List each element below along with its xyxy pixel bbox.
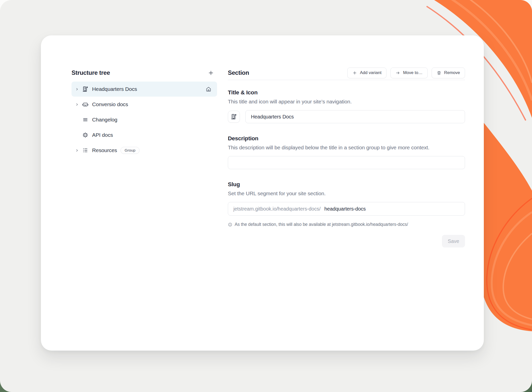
- chevron-right-icon[interactable]: [75, 87, 82, 91]
- slug-heading: Slug: [228, 181, 465, 188]
- tree-item-label: Changelog: [92, 117, 117, 123]
- arrow-right-icon: [395, 71, 400, 75]
- structure-tree-title: Structure tree: [72, 69, 110, 76]
- tree-item-api-docs[interactable]: API docs: [72, 127, 217, 143]
- robot-icon: [82, 101, 92, 108]
- tree-item-label: Conversio docs: [92, 101, 128, 107]
- chevron-right-icon[interactable]: [75, 103, 82, 106]
- home-icon[interactable]: [206, 86, 212, 92]
- section-panel: Section Add variantMove to…Remove Title …: [228, 67, 465, 247]
- tree-item-label: API docs: [92, 132, 113, 138]
- save-button[interactable]: Save: [442, 235, 465, 247]
- settings-card: Structure tree Headquarters DocsConversi…: [41, 35, 484, 351]
- group-badge: Group: [120, 147, 139, 154]
- building-flag-icon: [231, 113, 237, 120]
- slug-description: Set the URL segment for your site sectio…: [228, 190, 465, 197]
- title-icon-description: This title and icon will appear in your …: [228, 99, 465, 105]
- tree-item-headquarters-docs[interactable]: Headquarters Docs: [72, 82, 217, 97]
- add-variant-button[interactable]: Add variant: [347, 68, 386, 78]
- structure-tree-panel: Structure tree Headquarters DocsConversi…: [72, 67, 217, 158]
- gear-code-icon: [82, 132, 92, 138]
- plus-icon: [208, 70, 214, 76]
- save-row: Save: [228, 235, 465, 247]
- add-section-button[interactable]: [207, 69, 215, 77]
- tree-item-label: Headquarters Docs: [92, 86, 137, 92]
- action-label: Add variant: [360, 70, 381, 75]
- building-flag-icon: [82, 86, 92, 92]
- slug-note-text: As the default section, this will also b…: [235, 222, 408, 227]
- plus-icon: [352, 71, 357, 75]
- description-heading: Description: [228, 135, 465, 142]
- chevron-right-icon[interactable]: [75, 149, 82, 152]
- page-canvas: Structure tree Headquarters DocsConversi…: [0, 0, 532, 392]
- title-input-row: [228, 110, 465, 123]
- action-label: Move to…: [403, 70, 422, 75]
- description-input[interactable]: [228, 156, 465, 169]
- trash-icon: [437, 71, 441, 75]
- description-input-row: [228, 156, 465, 169]
- section-title: Section: [228, 69, 249, 76]
- info-icon: [228, 222, 232, 227]
- section-header-divider: [228, 80, 465, 80]
- title-icon-heading: Title & Icon: [228, 89, 465, 96]
- lines-icon: [82, 116, 92, 123]
- slug-note: As the default section, this will also b…: [228, 222, 465, 227]
- tree-item-resources[interactable]: ResourcesGroup: [72, 143, 217, 158]
- slug-prefix: jetstream.gitbook.io/headquarters-docs/: [233, 206, 320, 212]
- slug-input[interactable]: jetstream.gitbook.io/headquarters-docs/ …: [228, 202, 465, 216]
- section-icon-picker-button[interactable]: [228, 111, 240, 123]
- tree-item-changelog[interactable]: Changelog: [72, 112, 217, 127]
- section-header: Section Add variantMove to…Remove: [228, 67, 465, 79]
- slug-value: headquarters-docs: [324, 206, 366, 212]
- tree-item-conversio-docs[interactable]: Conversio docs: [72, 97, 217, 112]
- tree-item-label: Resources: [92, 147, 117, 153]
- remove-button[interactable]: Remove: [432, 68, 465, 78]
- section-actions: Add variantMove to…Remove: [347, 68, 465, 78]
- structure-tree-list: Headquarters DocsConversio docsChangelog…: [72, 82, 217, 158]
- title-input[interactable]: [245, 110, 465, 123]
- description-description: This description will be displayed below…: [228, 145, 465, 151]
- structure-tree-header: Structure tree: [72, 67, 217, 79]
- action-label: Remove: [444, 70, 460, 75]
- move-to-button[interactable]: Move to…: [390, 68, 427, 78]
- list-icon: [82, 147, 92, 154]
